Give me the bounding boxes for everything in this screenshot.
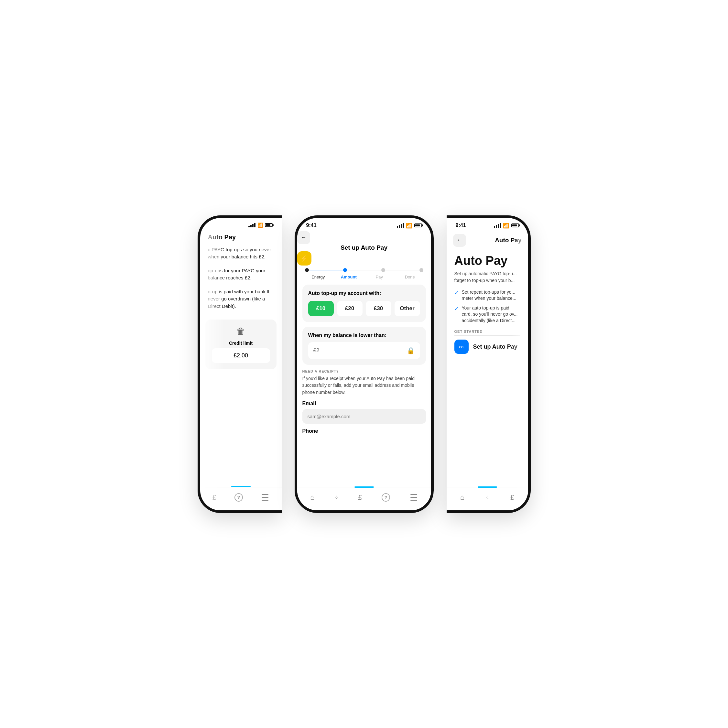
right-wifi-icon: 📶 <box>503 223 509 229</box>
right-time: 9:41 <box>456 223 466 228</box>
get-started-label: GET STARTED <box>447 330 528 333</box>
checkmark-list: ✓ Set repeat top-ups for yo... meter whe… <box>447 289 528 324</box>
balance-title: When my balance is lower than: <box>308 332 420 338</box>
center-status-bar: 9:41 📶 <box>297 218 431 231</box>
amount-10-button[interactable]: £10 <box>308 301 334 316</box>
right-back-button[interactable]: ← <box>453 234 466 247</box>
signal-icon <box>248 223 255 227</box>
nav-help-center[interactable]: ? <box>382 493 390 502</box>
lock-icon: 🔒 <box>407 347 415 355</box>
right-active-bar <box>478 486 497 488</box>
step-dot-energy <box>305 268 309 272</box>
battery-icon <box>265 223 273 227</box>
nav-pound-center[interactable]: £ <box>358 493 362 502</box>
nav-nodes-right[interactable]: ⁘ <box>485 494 489 501</box>
credit-limit-section: 🗑 Credit limit £2.00 <box>205 320 277 369</box>
nav-home-center[interactable]: ⌂ <box>310 493 314 502</box>
left-status-bar: 📶 <box>200 218 282 230</box>
check-item-1: ✓ Set repeat top-ups for yo... meter whe… <box>454 289 520 302</box>
check-item-2: ✓ Your auto top-up is paid card, so you'… <box>454 305 520 324</box>
right-status-bar: 9:41 📶 <box>447 218 528 231</box>
email-label: Email <box>302 401 426 407</box>
amount-options: £10 £20 £30 Other <box>308 301 420 316</box>
right-signal-icon <box>494 223 501 228</box>
center-signal-icon <box>397 223 404 228</box>
wifi-icon: 📶 <box>257 223 263 228</box>
center-nav-bar: ⌂ ⁘ £ ? ☰ <box>297 487 431 510</box>
email-input[interactable] <box>302 409 426 424</box>
scene: 📶 Auto Pay c PAYG top-ups so you never w… <box>172 190 557 539</box>
center-time: 9:41 <box>306 223 317 228</box>
receipt-desc: If you'd like a receipt when your Auto P… <box>302 375 426 396</box>
check-text-2: Your auto top-up is paid card, so you'll… <box>462 305 520 324</box>
center-header: ← Set up Auto Pay ⚡ <box>297 231 431 266</box>
trash-icon[interactable]: 🗑 <box>212 326 270 336</box>
center-battery-icon <box>414 223 422 227</box>
checkmark-icon-1: ✓ <box>454 289 459 297</box>
step-label-pay: Pay <box>364 275 395 280</box>
credit-limit-value: £2.00 <box>212 348 270 363</box>
amount-other-button[interactable]: Other <box>395 301 420 316</box>
step-dot-amount <box>343 268 347 272</box>
check-text-1: Set repeat top-ups for yo... meter when … <box>462 289 520 302</box>
left-active-bar <box>231 486 251 487</box>
credit-limit-label: Credit limit <box>212 341 270 346</box>
amount-30-button[interactable]: £30 <box>366 301 392 316</box>
auto-topup-section: Auto top-up my account with: £10 £20 £30… <box>302 284 426 322</box>
center-active-bar <box>355 486 374 488</box>
nav-menu-left[interactable]: ☰ <box>261 492 269 503</box>
left-nav-title: Auto Pay <box>200 230 282 243</box>
center-wifi-icon: 📶 <box>406 223 412 229</box>
step-labels: Energy Amount Pay Done <box>297 273 431 284</box>
auto-topup-title: Auto top-up my account with: <box>308 291 420 296</box>
right-nav-bar: ⌂ ⁘ £ <box>447 487 528 510</box>
step-dot-pay <box>381 268 385 272</box>
amount-20-button[interactable]: £20 <box>337 301 362 316</box>
step-label-amount: Amount <box>333 275 364 280</box>
left-body-3: o-up is paid with your bank ll never go … <box>200 285 282 314</box>
left-phone: 📶 Auto Pay c PAYG top-ups so you never w… <box>197 216 282 513</box>
right-header-title: Auto Pay <box>466 237 522 244</box>
nav-home-right[interactable]: ⌂ <box>460 493 464 502</box>
right-battery-icon <box>511 223 519 227</box>
phone-label: Phone <box>302 428 426 434</box>
left-body-2: op-ups for your PAYG your balance reache… <box>200 264 282 285</box>
step-label-energy: Energy <box>303 275 334 280</box>
right-intro-text: Set up automatic PAYG top-u... forget to… <box>447 271 528 284</box>
back-button[interactable]: ← <box>297 231 310 244</box>
progress-bar <box>297 266 431 273</box>
receipt-label: NEED A RECEIPT? <box>302 369 426 373</box>
lightning-button[interactable]: ⚡ <box>297 251 312 266</box>
left-nav-bar: £ ? ☰ <box>200 487 282 510</box>
step-dot-done <box>419 268 423 272</box>
receipt-section: NEED A RECEIPT? If you'd like a receipt … <box>297 369 431 441</box>
nav-menu-center[interactable]: ☰ <box>410 492 418 503</box>
right-header: ← Auto Pay <box>447 231 528 251</box>
infinity-icon: ∞ <box>454 340 469 354</box>
setup-autopay-button[interactable]: ∞ Set up Auto Pay <box>447 340 528 354</box>
divider <box>454 335 520 336</box>
left-body-1: c PAYG top-ups so you never when your ba… <box>200 243 282 264</box>
right-phone: 9:41 📶 ← Auto Pay Auto Pay Set up automa… <box>447 216 531 513</box>
center-header-title: Set up Auto Pay <box>297 244 431 251</box>
balance-value: £2 <box>314 347 407 354</box>
step-line-3 <box>385 270 419 271</box>
step-line-1 <box>309 270 343 271</box>
step-line-2 <box>347 270 381 271</box>
balance-input-row[interactable]: £2 🔒 <box>308 342 420 359</box>
nav-nodes-center[interactable]: ⁘ <box>334 494 338 501</box>
checkmark-icon-2: ✓ <box>454 305 459 312</box>
step-label-done: Done <box>395 275 425 280</box>
nav-pound-right[interactable]: £ <box>510 493 514 502</box>
center-phone: 9:41 📶 ← Set up Auto Pay ⚡ <box>295 216 434 513</box>
nav-pound-left[interactable]: £ <box>213 493 216 502</box>
right-big-title: Auto Pay <box>447 251 528 271</box>
balance-section: When my balance is lower than: £2 🔒 <box>302 327 426 365</box>
nav-help-left[interactable]: ? <box>234 493 243 502</box>
setup-btn-label: Set up Auto Pay <box>473 343 517 350</box>
